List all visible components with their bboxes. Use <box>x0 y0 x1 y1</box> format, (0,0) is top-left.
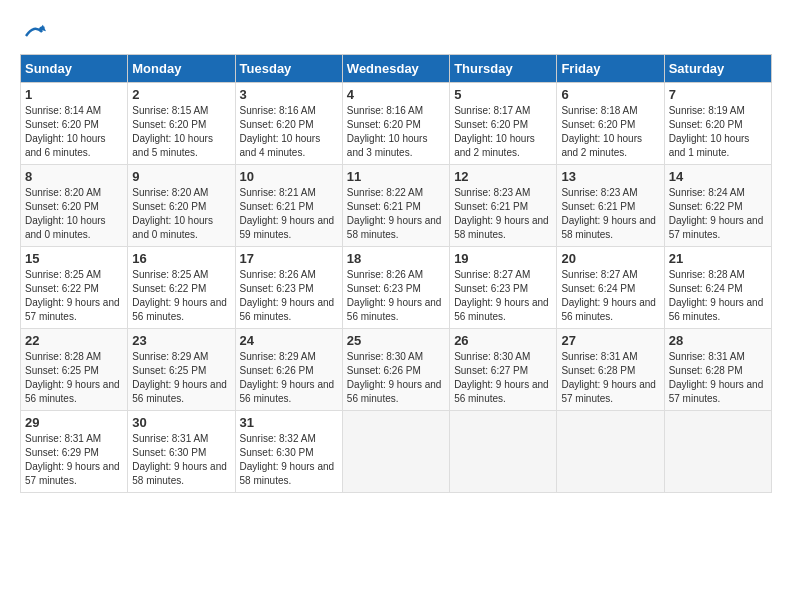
calendar-day-cell: 19 Sunrise: 8:27 AM Sunset: 6:23 PM Dayl… <box>450 247 557 329</box>
day-number: 18 <box>347 251 445 266</box>
calendar-day-cell: 15 Sunrise: 8:25 AM Sunset: 6:22 PM Dayl… <box>21 247 128 329</box>
day-number: 12 <box>454 169 552 184</box>
day-number: 26 <box>454 333 552 348</box>
day-of-week-header: Wednesday <box>342 55 449 83</box>
calendar-day-cell: 21 Sunrise: 8:28 AM Sunset: 6:24 PM Dayl… <box>664 247 771 329</box>
day-number: 21 <box>669 251 767 266</box>
day-info: Sunrise: 8:16 AM Sunset: 6:20 PM Dayligh… <box>347 104 445 160</box>
day-number: 13 <box>561 169 659 184</box>
day-info: Sunrise: 8:22 AM Sunset: 6:21 PM Dayligh… <box>347 186 445 242</box>
day-number: 17 <box>240 251 338 266</box>
day-number: 14 <box>669 169 767 184</box>
day-info: Sunrise: 8:25 AM Sunset: 6:22 PM Dayligh… <box>132 268 230 324</box>
day-number: 3 <box>240 87 338 102</box>
day-number: 20 <box>561 251 659 266</box>
day-number: 15 <box>25 251 123 266</box>
calendar-day-cell: 22 Sunrise: 8:28 AM Sunset: 6:25 PM Dayl… <box>21 329 128 411</box>
day-info: Sunrise: 8:17 AM Sunset: 6:20 PM Dayligh… <box>454 104 552 160</box>
day-number: 27 <box>561 333 659 348</box>
day-info: Sunrise: 8:20 AM Sunset: 6:20 PM Dayligh… <box>132 186 230 242</box>
day-info: Sunrise: 8:29 AM Sunset: 6:26 PM Dayligh… <box>240 350 338 406</box>
calendar-day-cell: 1 Sunrise: 8:14 AM Sunset: 6:20 PM Dayli… <box>21 83 128 165</box>
calendar-day-cell: 5 Sunrise: 8:17 AM Sunset: 6:20 PM Dayli… <box>450 83 557 165</box>
calendar-day-cell: 4 Sunrise: 8:16 AM Sunset: 6:20 PM Dayli… <box>342 83 449 165</box>
calendar-header-row: SundayMondayTuesdayWednesdayThursdayFrid… <box>21 55 772 83</box>
day-info: Sunrise: 8:14 AM Sunset: 6:20 PM Dayligh… <box>25 104 123 160</box>
day-info: Sunrise: 8:23 AM Sunset: 6:21 PM Dayligh… <box>561 186 659 242</box>
day-of-week-header: Tuesday <box>235 55 342 83</box>
calendar-week-row: 15 Sunrise: 8:25 AM Sunset: 6:22 PM Dayl… <box>21 247 772 329</box>
day-info: Sunrise: 8:31 AM Sunset: 6:28 PM Dayligh… <box>561 350 659 406</box>
day-info: Sunrise: 8:15 AM Sunset: 6:20 PM Dayligh… <box>132 104 230 160</box>
calendar-week-row: 8 Sunrise: 8:20 AM Sunset: 6:20 PM Dayli… <box>21 165 772 247</box>
calendar-day-cell: 3 Sunrise: 8:16 AM Sunset: 6:20 PM Dayli… <box>235 83 342 165</box>
calendar-day-cell: 7 Sunrise: 8:19 AM Sunset: 6:20 PM Dayli… <box>664 83 771 165</box>
day-info: Sunrise: 8:30 AM Sunset: 6:26 PM Dayligh… <box>347 350 445 406</box>
day-info: Sunrise: 8:31 AM Sunset: 6:29 PM Dayligh… <box>25 432 123 488</box>
calendar-day-cell: 13 Sunrise: 8:23 AM Sunset: 6:21 PM Dayl… <box>557 165 664 247</box>
logo-icon <box>22 20 46 44</box>
calendar-day-cell <box>557 411 664 493</box>
calendar-day-cell: 18 Sunrise: 8:26 AM Sunset: 6:23 PM Dayl… <box>342 247 449 329</box>
calendar-day-cell: 11 Sunrise: 8:22 AM Sunset: 6:21 PM Dayl… <box>342 165 449 247</box>
calendar-day-cell: 26 Sunrise: 8:30 AM Sunset: 6:27 PM Dayl… <box>450 329 557 411</box>
calendar-week-row: 29 Sunrise: 8:31 AM Sunset: 6:29 PM Dayl… <box>21 411 772 493</box>
day-number: 8 <box>25 169 123 184</box>
day-info: Sunrise: 8:20 AM Sunset: 6:20 PM Dayligh… <box>25 186 123 242</box>
day-info: Sunrise: 8:29 AM Sunset: 6:25 PM Dayligh… <box>132 350 230 406</box>
logo <box>20 20 46 44</box>
day-info: Sunrise: 8:30 AM Sunset: 6:27 PM Dayligh… <box>454 350 552 406</box>
page-header <box>20 20 772 44</box>
day-number: 5 <box>454 87 552 102</box>
day-number: 24 <box>240 333 338 348</box>
day-number: 6 <box>561 87 659 102</box>
calendar-day-cell: 29 Sunrise: 8:31 AM Sunset: 6:29 PM Dayl… <box>21 411 128 493</box>
calendar-day-cell: 24 Sunrise: 8:29 AM Sunset: 6:26 PM Dayl… <box>235 329 342 411</box>
day-info: Sunrise: 8:23 AM Sunset: 6:21 PM Dayligh… <box>454 186 552 242</box>
calendar-day-cell: 31 Sunrise: 8:32 AM Sunset: 6:30 PM Dayl… <box>235 411 342 493</box>
day-number: 19 <box>454 251 552 266</box>
day-number: 22 <box>25 333 123 348</box>
day-number: 9 <box>132 169 230 184</box>
day-of-week-header: Monday <box>128 55 235 83</box>
day-number: 10 <box>240 169 338 184</box>
day-number: 28 <box>669 333 767 348</box>
calendar-day-cell: 23 Sunrise: 8:29 AM Sunset: 6:25 PM Dayl… <box>128 329 235 411</box>
day-info: Sunrise: 8:28 AM Sunset: 6:24 PM Dayligh… <box>669 268 767 324</box>
calendar-day-cell: 27 Sunrise: 8:31 AM Sunset: 6:28 PM Dayl… <box>557 329 664 411</box>
calendar-day-cell: 28 Sunrise: 8:31 AM Sunset: 6:28 PM Dayl… <box>664 329 771 411</box>
day-info: Sunrise: 8:21 AM Sunset: 6:21 PM Dayligh… <box>240 186 338 242</box>
day-info: Sunrise: 8:32 AM Sunset: 6:30 PM Dayligh… <box>240 432 338 488</box>
day-number: 30 <box>132 415 230 430</box>
calendar-day-cell: 10 Sunrise: 8:21 AM Sunset: 6:21 PM Dayl… <box>235 165 342 247</box>
calendar-day-cell <box>342 411 449 493</box>
day-number: 2 <box>132 87 230 102</box>
day-of-week-header: Friday <box>557 55 664 83</box>
day-info: Sunrise: 8:31 AM Sunset: 6:28 PM Dayligh… <box>669 350 767 406</box>
calendar-day-cell <box>664 411 771 493</box>
day-number: 1 <box>25 87 123 102</box>
day-number: 11 <box>347 169 445 184</box>
day-info: Sunrise: 8:24 AM Sunset: 6:22 PM Dayligh… <box>669 186 767 242</box>
day-of-week-header: Thursday <box>450 55 557 83</box>
calendar-day-cell: 8 Sunrise: 8:20 AM Sunset: 6:20 PM Dayli… <box>21 165 128 247</box>
day-number: 4 <box>347 87 445 102</box>
day-of-week-header: Saturday <box>664 55 771 83</box>
calendar-day-cell: 30 Sunrise: 8:31 AM Sunset: 6:30 PM Dayl… <box>128 411 235 493</box>
day-number: 7 <box>669 87 767 102</box>
day-number: 16 <box>132 251 230 266</box>
day-info: Sunrise: 8:18 AM Sunset: 6:20 PM Dayligh… <box>561 104 659 160</box>
day-number: 25 <box>347 333 445 348</box>
day-number: 23 <box>132 333 230 348</box>
day-info: Sunrise: 8:31 AM Sunset: 6:30 PM Dayligh… <box>132 432 230 488</box>
day-number: 31 <box>240 415 338 430</box>
day-info: Sunrise: 8:26 AM Sunset: 6:23 PM Dayligh… <box>347 268 445 324</box>
day-number: 29 <box>25 415 123 430</box>
calendar-day-cell: 6 Sunrise: 8:18 AM Sunset: 6:20 PM Dayli… <box>557 83 664 165</box>
day-info: Sunrise: 8:26 AM Sunset: 6:23 PM Dayligh… <box>240 268 338 324</box>
calendar-day-cell: 20 Sunrise: 8:27 AM Sunset: 6:24 PM Dayl… <box>557 247 664 329</box>
day-of-week-header: Sunday <box>21 55 128 83</box>
calendar-day-cell: 16 Sunrise: 8:25 AM Sunset: 6:22 PM Dayl… <box>128 247 235 329</box>
day-info: Sunrise: 8:27 AM Sunset: 6:24 PM Dayligh… <box>561 268 659 324</box>
day-info: Sunrise: 8:25 AM Sunset: 6:22 PM Dayligh… <box>25 268 123 324</box>
